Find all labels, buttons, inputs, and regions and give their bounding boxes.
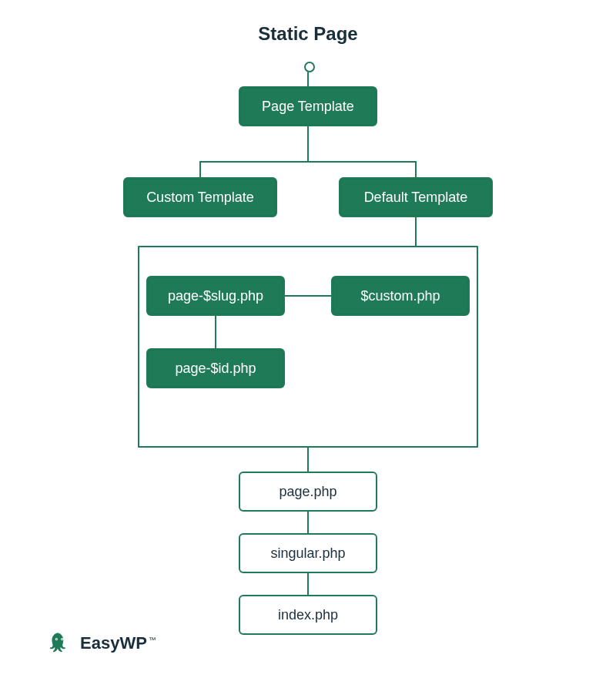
node-page-id: page-$id.php <box>146 348 285 388</box>
node-index-php: index.php <box>239 595 377 635</box>
node-page-php: page.php <box>239 472 377 512</box>
node-singular-php: singular.php <box>239 533 377 573</box>
svg-point-13 <box>62 639 62 639</box>
node-custom-template: Custom Template <box>123 177 277 217</box>
brand-tm: ™ <box>149 636 156 644</box>
node-custom-php: $custom.php <box>331 276 470 316</box>
start-node-icon <box>304 62 315 72</box>
node-page-slug: page-$slug.php <box>146 276 285 316</box>
brand-logo: EasyWP™ <box>46 630 156 656</box>
diagram-title: Static Page <box>0 23 616 45</box>
diagram-canvas: Static Page Page Template Custom Templat… <box>0 0 616 678</box>
brand-name: EasyWP™ <box>80 633 156 653</box>
octopus-icon <box>46 630 72 656</box>
node-default-template: Default Template <box>339 177 493 217</box>
svg-point-12 <box>56 639 57 639</box>
node-page-template: Page Template <box>239 86 377 126</box>
